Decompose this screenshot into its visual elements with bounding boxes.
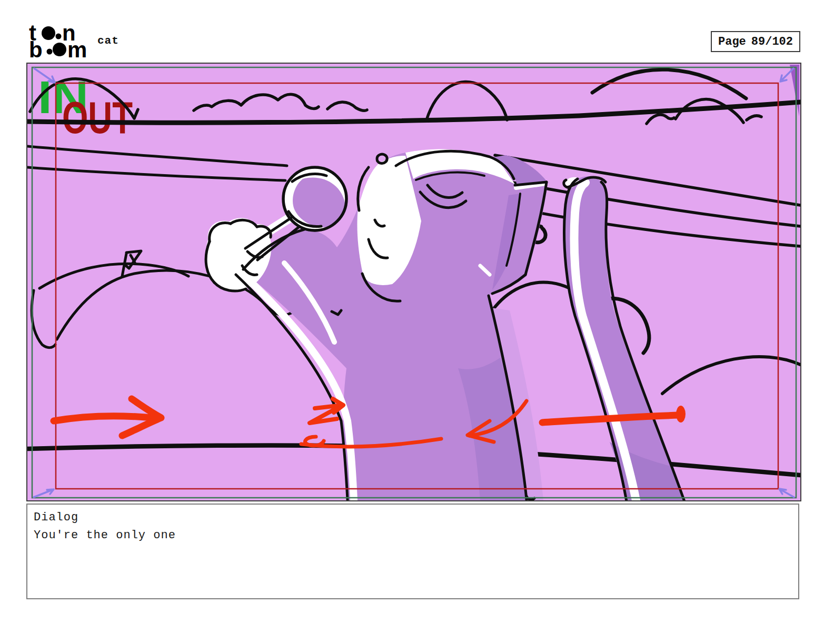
logo-dot-large-2: [53, 43, 66, 56]
logo-dot-small-2: [47, 49, 53, 55]
logo-dot-large-1: [42, 26, 55, 40]
page-number: 89/102: [751, 35, 793, 48]
dialog-label: Dialog: [34, 509, 792, 527]
motion-line-end-blob: [676, 406, 686, 422]
logo-letter-b: b: [29, 37, 43, 59]
toon-boom-logo: t n b m: [29, 24, 103, 59]
page-indicator: Page 89/102: [711, 31, 800, 52]
project-title: cat: [97, 35, 119, 47]
dialog-box: Dialog You're the only one: [26, 504, 799, 599]
storyboard-drawing: IN OUT: [27, 64, 800, 500]
logo-dot-small-1: [56, 34, 62, 39]
logo-letter-m: m: [67, 37, 87, 59]
storyboard-panel: IN OUT: [26, 63, 801, 501]
dialog-text: You're the only one: [34, 527, 792, 545]
marker-out: OUT: [62, 92, 133, 143]
page-label: Page: [718, 35, 746, 48]
